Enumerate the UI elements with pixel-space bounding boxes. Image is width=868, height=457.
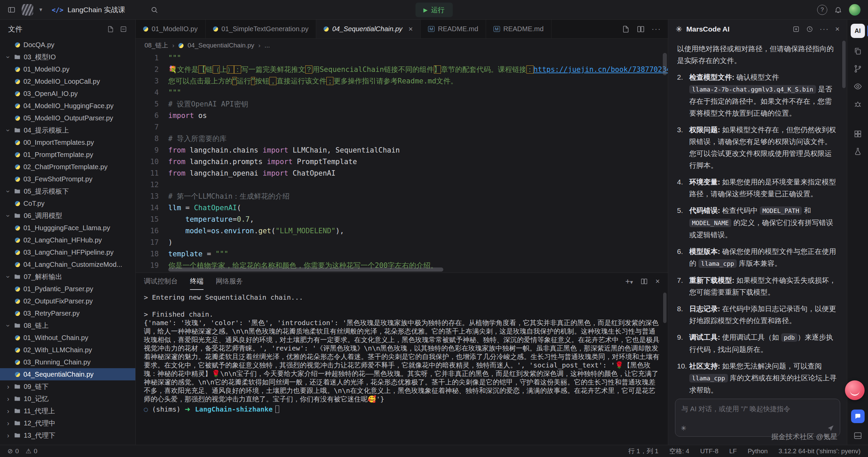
tree-file-item[interactable]: CoT.py — [0, 197, 135, 210]
tree-file-item[interactable]: 03_RetryParser.py — [0, 307, 135, 319]
tree-file-item[interactable]: 01_HugggingFace_Llama.py — [0, 222, 135, 234]
tree-folder-item[interactable]: ›13_代理下 — [0, 429, 135, 441]
code-text: # 设置OpenAI API密钥 — [168, 98, 248, 110]
tree-folder-item[interactable]: ›06_调用模型 — [0, 210, 135, 222]
tree-folder-item[interactable]: ›03_模型IO — [0, 51, 135, 63]
new-conversation-icon[interactable] — [792, 25, 800, 33]
python-file-icon — [15, 238, 20, 243]
tree-file-item[interactable]: 04_SequentialChain.py — [0, 368, 135, 380]
tree-folder-item[interactable]: ›09_链下 — [0, 380, 135, 393]
tree-file-item[interactable]: 02_With_LLMChain.py — [0, 344, 135, 356]
app-logo[interactable] — [22, 4, 33, 16]
line-number: 10 — [136, 156, 168, 167]
terminal-output[interactable]: > Entering new SequentialChain chain... … — [136, 290, 668, 445]
tree-folder-item[interactable]: ›12_代理中 — [0, 417, 135, 429]
copy-files-icon[interactable] — [853, 47, 862, 56]
tree-file-item[interactable]: 04_ModelIO_HuggingFace.py — [0, 100, 135, 112]
history-icon[interactable] — [806, 25, 813, 33]
tree-file-item[interactable]: 03_FewShotPrompt.py — [0, 173, 135, 185]
panel-tab[interactable]: 终端 — [190, 273, 204, 290]
status-indentation[interactable]: 空格: 4 — [669, 447, 689, 456]
collapse-all-icon[interactable] — [120, 25, 127, 33]
new-terminal-icon[interactable]: +▾ — [625, 277, 633, 286]
tree-folder-item[interactable]: ›11_代理上 — [0, 405, 135, 417]
tree-file-item[interactable]: DocQA.py — [0, 39, 135, 51]
close-icon[interactable]: × — [408, 25, 413, 34]
editor-tab[interactable]: MREADME.md — [421, 20, 486, 38]
debug-icon[interactable] — [853, 100, 862, 108]
breadcrumb-item[interactable]: ... — [265, 42, 270, 49]
split-editor-icon[interactable] — [637, 25, 645, 33]
close-ai-panel-icon[interactable]: × — [835, 25, 840, 34]
chat-assistant-icon[interactable] — [851, 410, 865, 423]
code-line: 9from langchain.chains import LLMChain, … — [136, 144, 668, 156]
marscode-ai-badge[interactable]: AI — [851, 24, 865, 38]
status-python-interpreter[interactable]: 3.12.2 64-bit ('shims': pyenv) — [778, 447, 861, 456]
panel-tab[interactable]: 调试控制台 — [144, 273, 178, 290]
tree-file-item[interactable]: 03_OpenAI_IO.py — [0, 87, 135, 100]
editor-tab[interactable]: MREADME.md — [486, 20, 552, 38]
tree-folder-item[interactable]: ›04_提示模板上 — [0, 124, 135, 136]
terminal-prompt[interactable]: ○(shims) ➜ LangChain-shizhanke — [144, 405, 660, 414]
breadcrumb-item[interactable]: 04_SequentialChain.py — [188, 42, 254, 49]
tree-file-item[interactable]: 00_ImportTemplates.py — [0, 136, 135, 148]
tree-file-item[interactable]: 03_Running_Chain.py — [0, 356, 135, 368]
ai-assistant-avatar[interactable] — [845, 380, 865, 400]
tree-file-item[interactable]: 01_Pydantic_Parser.py — [0, 283, 135, 295]
tree-file-item[interactable]: 01_ModelIO.py — [0, 63, 135, 75]
preview-eye-icon[interactable] — [853, 82, 862, 91]
vertical-scrollbar[interactable] — [663, 53, 667, 273]
user-avatar[interactable] — [849, 4, 861, 16]
tree-file-item[interactable]: 05_ModelIO_OutputParser.py — [0, 112, 135, 124]
extensions-grid-icon[interactable] — [853, 130, 862, 138]
tree-file-item[interactable]: 03_LangChain_HFPipeline.py — [0, 246, 135, 258]
tree-file-item[interactable]: 01_Without_Chain.py — [0, 332, 135, 344]
tree-folder-item[interactable]: ›10_记忆 — [0, 393, 135, 405]
test-beaker-icon[interactable] — [853, 147, 862, 156]
more-actions-icon[interactable]: ··· — [652, 25, 661, 34]
tree-folder-item[interactable]: ›05_提示模板下 — [0, 185, 135, 197]
breadcrumb-item[interactable]: 08_链上 — [144, 41, 168, 50]
editor-tab[interactable]: 01_SimpleTextGeneration.py — [206, 20, 316, 38]
sidebar-toggle-icon[interactable] — [7, 6, 16, 14]
tree-folder-item[interactable]: ›07_解析输出 — [0, 271, 135, 283]
errors-indicator[interactable]: ⊘0 — [7, 447, 19, 455]
project-switcher[interactable]: </> LangChain 实战课 — [52, 5, 126, 15]
bell-icon[interactable] — [834, 6, 842, 14]
warnings-indicator[interactable]: ⚠0 — [26, 447, 38, 455]
chevron-down-icon[interactable]: ▾ — [39, 6, 42, 13]
terminal-scrollbar[interactable] — [663, 293, 667, 323]
editor-tab[interactable]: 04_SequentialChain.py× — [316, 20, 421, 38]
help-icon[interactable]: ? — [817, 5, 827, 15]
search-icon[interactable] — [150, 6, 158, 14]
panel-tab[interactable]: 网络服务 — [216, 273, 243, 290]
ai-message-text: 以使用绝对路径或相对路径，但请确保路径指向的是实际存在的文件。 — [677, 43, 838, 66]
status-eol[interactable]: LF — [729, 447, 737, 456]
status-encoding[interactable]: UTF-8 — [700, 447, 718, 456]
close-panel-icon[interactable]: × — [655, 277, 660, 286]
editor-tab[interactable]: 01_ModelIO.py — [136, 20, 206, 38]
run-button[interactable]: ▶ 运行 — [415, 2, 452, 17]
tree-file-item[interactable]: 02_ModelIO_LoopCall.py — [0, 75, 135, 87]
ai-panel-scrollbar[interactable] — [842, 41, 846, 88]
tree-file-item[interactable]: 04_LangChain_CustomizeMod... — [0, 258, 135, 271]
send-icon[interactable] — [827, 424, 834, 432]
tree-file-item[interactable]: 02_ChatPromptTemplate.py — [0, 161, 135, 173]
tree-file-item[interactable]: 02_LangChain_HFHub.py — [0, 234, 135, 246]
git-branch-icon[interactable] — [853, 64, 862, 73]
horizontal-scrollbar[interactable] — [168, 267, 660, 272]
more-options-icon[interactable]: ··· — [819, 25, 829, 34]
ai-item-label: 日志记录: — [689, 305, 722, 313]
tree-folder-item[interactable]: ›08_链上 — [0, 319, 135, 332]
marscode-input-icon[interactable]: ✳ — [681, 424, 687, 432]
tree-file-item[interactable]: 01_PromptTemplate.py — [0, 148, 135, 161]
new-file-icon[interactable] — [107, 25, 114, 33]
code-editor[interactable]: 1"""2💐文件是【链（上）：写一篇完美鲜花推文？用SequencialChai… — [136, 52, 668, 273]
status-cursor-position[interactable]: 行 1，列 1 — [628, 447, 658, 456]
split-terminal-icon[interactable] — [640, 278, 648, 285]
tree-file-item[interactable]: 02_OutputFixParser.py — [0, 295, 135, 307]
ai-chat-input[interactable]: 与 AI 对话，或使用 "/" 唤起快捷指令 ✳ — [675, 399, 840, 437]
status-language-mode[interactable]: Python — [748, 447, 768, 456]
layout-panel-icon[interactable] — [853, 431, 862, 440]
run-file-icon[interactable] — [622, 25, 630, 33]
